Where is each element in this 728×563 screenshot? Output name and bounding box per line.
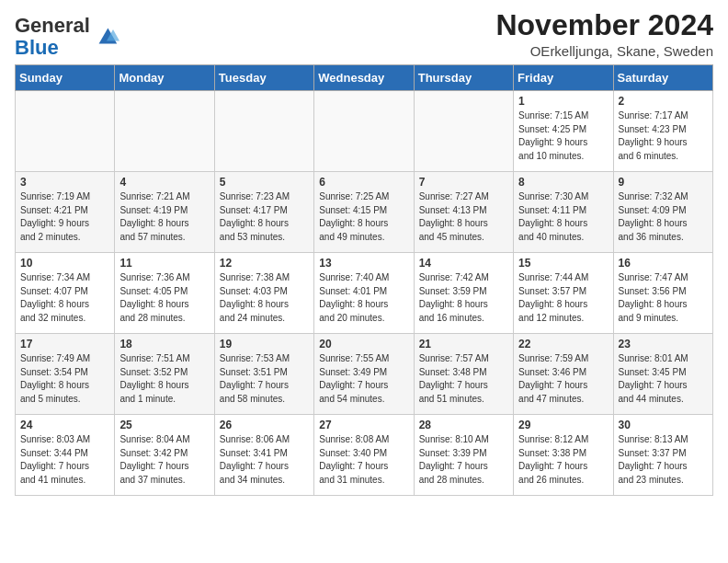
calendar-week-4: 17Sunrise: 7:49 AM Sunset: 3:54 PM Dayli… — [16, 334, 713, 415]
month-title: November 2024 — [495, 9, 713, 41]
col-monday: Monday — [115, 65, 214, 91]
day-info: Sunrise: 7:34 AM Sunset: 4:07 PM Dayligh… — [20, 271, 109, 325]
day-info: Sunrise: 7:19 AM Sunset: 4:21 PM Dayligh… — [20, 190, 109, 244]
calendar-cell: 15Sunrise: 7:44 AM Sunset: 3:57 PM Dayli… — [514, 253, 613, 334]
col-tuesday: Tuesday — [214, 65, 313, 91]
day-info: Sunrise: 7:40 AM Sunset: 4:01 PM Dayligh… — [319, 271, 408, 325]
day-info: Sunrise: 7:17 AM Sunset: 4:23 PM Dayligh… — [619, 109, 708, 163]
calendar-cell: 2Sunrise: 7:17 AM Sunset: 4:23 PM Daylig… — [613, 91, 712, 172]
day-number: 7 — [419, 176, 508, 189]
calendar-cell: 3Sunrise: 7:19 AM Sunset: 4:21 PM Daylig… — [16, 172, 115, 253]
day-info: Sunrise: 8:08 AM Sunset: 3:40 PM Dayligh… — [319, 433, 408, 487]
day-number: 6 — [319, 176, 408, 189]
day-number: 27 — [319, 419, 408, 431]
day-info: Sunrise: 8:03 AM Sunset: 3:44 PM Dayligh… — [20, 433, 109, 487]
day-info: Sunrise: 7:57 AM Sunset: 3:48 PM Dayligh… — [419, 352, 508, 406]
day-number: 10 — [20, 257, 109, 270]
day-info: Sunrise: 7:27 AM Sunset: 4:13 PM Dayligh… — [419, 190, 508, 244]
calendar-cell: 19Sunrise: 7:53 AM Sunset: 3:51 PM Dayli… — [214, 334, 313, 415]
calendar-cell: 26Sunrise: 8:06 AM Sunset: 3:41 PM Dayli… — [214, 415, 313, 496]
day-info: Sunrise: 7:47 AM Sunset: 3:56 PM Dayligh… — [619, 271, 708, 325]
calendar-header-row: Sunday Monday Tuesday Wednesday Thursday… — [16, 65, 713, 91]
day-number: 11 — [119, 257, 209, 270]
day-number: 29 — [518, 419, 608, 431]
day-number: 19 — [220, 338, 309, 350]
title-area: November 2024 OErkelljunga, Skane, Swede… — [495, 9, 713, 59]
col-saturday: Saturday — [613, 65, 712, 91]
day-number: 16 — [619, 257, 708, 270]
day-info: Sunrise: 8:10 AM Sunset: 3:39 PM Dayligh… — [419, 433, 508, 487]
page: General Blue November 2024 OErkelljunga,… — [0, 0, 728, 563]
calendar-cell: 11Sunrise: 7:36 AM Sunset: 4:05 PM Dayli… — [115, 253, 214, 334]
calendar-cell: 6Sunrise: 7:25 AM Sunset: 4:15 PM Daylig… — [314, 172, 414, 253]
calendar-cell: 28Sunrise: 8:10 AM Sunset: 3:39 PM Dayli… — [414, 415, 513, 496]
header: General Blue November 2024 OErkelljunga,… — [15, 9, 713, 59]
calendar-cell: 17Sunrise: 7:49 AM Sunset: 3:54 PM Dayli… — [16, 334, 115, 415]
day-number: 4 — [119, 176, 209, 189]
calendar-cell: 27Sunrise: 8:08 AM Sunset: 3:40 PM Dayli… — [314, 415, 414, 496]
day-info: Sunrise: 8:01 AM Sunset: 3:45 PM Dayligh… — [619, 352, 708, 406]
day-number: 23 — [619, 338, 708, 350]
logo-icon — [94, 23, 119, 49]
calendar-cell: 22Sunrise: 7:59 AM Sunset: 3:46 PM Dayli… — [514, 334, 613, 415]
day-number: 30 — [619, 419, 708, 431]
day-number: 5 — [220, 176, 309, 189]
calendar-cell: 18Sunrise: 7:51 AM Sunset: 3:52 PM Dayli… — [115, 334, 214, 415]
day-info: Sunrise: 8:04 AM Sunset: 3:42 PM Dayligh… — [119, 433, 209, 487]
calendar-cell: 1Sunrise: 7:15 AM Sunset: 4:25 PM Daylig… — [514, 91, 613, 172]
calendar-week-5: 24Sunrise: 8:03 AM Sunset: 3:44 PM Dayli… — [16, 415, 713, 496]
day-number: 28 — [419, 419, 508, 431]
day-number: 3 — [20, 176, 109, 189]
day-number: 13 — [319, 257, 408, 270]
day-info: Sunrise: 7:55 AM Sunset: 3:49 PM Dayligh… — [319, 352, 408, 406]
calendar-cell — [16, 91, 115, 172]
day-number: 21 — [419, 338, 508, 350]
day-info: Sunrise: 8:06 AM Sunset: 3:41 PM Dayligh… — [220, 433, 309, 487]
day-info: Sunrise: 8:13 AM Sunset: 3:37 PM Dayligh… — [619, 433, 708, 487]
logo: General Blue — [15, 15, 119, 59]
calendar-cell: 20Sunrise: 7:55 AM Sunset: 3:49 PM Dayli… — [314, 334, 414, 415]
day-info: Sunrise: 7:25 AM Sunset: 4:15 PM Dayligh… — [319, 190, 408, 244]
col-friday: Friday — [514, 65, 613, 91]
day-number: 17 — [20, 338, 109, 350]
day-info: Sunrise: 8:12 AM Sunset: 3:38 PM Dayligh… — [518, 433, 608, 487]
col-sunday: Sunday — [16, 65, 115, 91]
calendar-week-2: 3Sunrise: 7:19 AM Sunset: 4:21 PM Daylig… — [16, 172, 713, 253]
day-info: Sunrise: 7:51 AM Sunset: 3:52 PM Dayligh… — [119, 352, 209, 406]
calendar-cell: 10Sunrise: 7:34 AM Sunset: 4:07 PM Dayli… — [16, 253, 115, 334]
calendar-cell — [214, 91, 313, 172]
calendar-cell: 30Sunrise: 8:13 AM Sunset: 3:37 PM Dayli… — [613, 415, 712, 496]
calendar-cell: 29Sunrise: 8:12 AM Sunset: 3:38 PM Dayli… — [514, 415, 613, 496]
logo-general: General — [15, 14, 90, 37]
day-info: Sunrise: 7:59 AM Sunset: 3:46 PM Dayligh… — [518, 352, 608, 406]
calendar-cell: 16Sunrise: 7:47 AM Sunset: 3:56 PM Dayli… — [613, 253, 712, 334]
day-number: 8 — [518, 176, 608, 189]
day-number: 12 — [220, 257, 309, 270]
calendar-cell: 25Sunrise: 8:04 AM Sunset: 3:42 PM Dayli… — [115, 415, 214, 496]
day-info: Sunrise: 7:49 AM Sunset: 3:54 PM Dayligh… — [20, 352, 109, 406]
day-number: 2 — [619, 95, 708, 108]
calendar-cell: 13Sunrise: 7:40 AM Sunset: 4:01 PM Dayli… — [314, 253, 414, 334]
calendar-cell: 21Sunrise: 7:57 AM Sunset: 3:48 PM Dayli… — [414, 334, 513, 415]
calendar: Sunday Monday Tuesday Wednesday Thursday… — [15, 64, 713, 496]
day-number: 14 — [419, 257, 508, 270]
location: OErkelljunga, Skane, Sweden — [495, 43, 713, 59]
day-number: 24 — [20, 419, 109, 431]
calendar-cell: 12Sunrise: 7:38 AM Sunset: 4:03 PM Dayli… — [214, 253, 313, 334]
calendar-cell — [414, 91, 513, 172]
calendar-cell: 9Sunrise: 7:32 AM Sunset: 4:09 PM Daylig… — [613, 172, 712, 253]
calendar-cell: 14Sunrise: 7:42 AM Sunset: 3:59 PM Dayli… — [414, 253, 513, 334]
day-info: Sunrise: 7:23 AM Sunset: 4:17 PM Dayligh… — [220, 190, 309, 244]
day-info: Sunrise: 7:36 AM Sunset: 4:05 PM Dayligh… — [119, 271, 209, 325]
day-number: 25 — [119, 419, 209, 431]
day-number: 22 — [518, 338, 608, 350]
day-number: 20 — [319, 338, 408, 350]
day-number: 26 — [220, 419, 309, 431]
calendar-cell: 23Sunrise: 8:01 AM Sunset: 3:45 PM Dayli… — [613, 334, 712, 415]
calendar-cell: 5Sunrise: 7:23 AM Sunset: 4:17 PM Daylig… — [214, 172, 313, 253]
day-info: Sunrise: 7:15 AM Sunset: 4:25 PM Dayligh… — [518, 109, 608, 163]
calendar-cell — [314, 91, 414, 172]
calendar-week-1: 1Sunrise: 7:15 AM Sunset: 4:25 PM Daylig… — [16, 91, 713, 172]
day-number: 9 — [619, 176, 708, 189]
logo-blue: Blue — [15, 36, 59, 59]
